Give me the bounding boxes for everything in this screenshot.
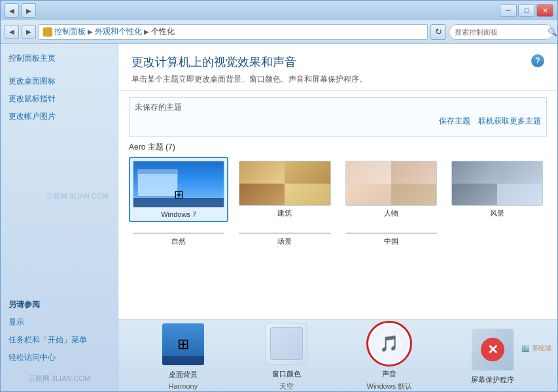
toolbar-sublabel-sound: Windows 默认 [367,382,413,391]
unsaved-section: 未保存的主题 保存主题 联机获取更多主题 [129,97,547,137]
theme-item-scene[interactable]: 场景 [235,229,334,250]
theme-name-china: 中国 [384,237,398,246]
theme-thumbnail-nature [133,233,224,234]
sidebar-link-taskbar[interactable]: 任务栏和「开始」菜单 [6,333,113,347]
theme-item-nature[interactable]: 自然 [129,229,228,250]
aero-label: Aero 主题 (7) [129,142,547,153]
desktop-bg-icon-wrap: ⊞ [160,321,206,367]
sidebar-link-main[interactable]: 控制面板主页 [6,52,113,65]
theme-scroll-inner: 未保存的主题 保存主题 联机获取更多主题 Aero 主题 (7) [118,91,557,263]
breadcrumb-sep-2: ▶ [144,28,149,35]
page-title: 更改计算机上的视觉效果和声音 [131,54,296,70]
address-bar: ◀ ▶ 控制面板 ▶ 外观和个性化 ▶ 个性化 ↻ 🔍 [1,20,557,44]
maximize-button[interactable]: □ [518,4,535,17]
toolbar-label-desktop-bg: 桌面背景 [169,370,198,380]
breadcrumb[interactable]: 控制面板 ▶ 外观和个性化 ▶ 个性化 [39,24,428,40]
search-input[interactable] [455,28,545,36]
breadcrumb-item-1[interactable]: 控制面板 [54,26,86,37]
toolbar-item-screensaver[interactable]: ✕ 屏幕保护程序 [470,327,515,385]
theme-grid: ⊞ Windows 7 [129,157,547,250]
refresh-button[interactable]: ↻ [430,24,446,40]
toolbar-item-window-color[interactable]: 窗口颜色 天空 [264,321,309,391]
header-row: 更改计算机上的视觉效果和声音 ? [131,54,544,74]
theme-name-windows7: Windows 7 [161,210,196,218]
sidebar-link-account-pic[interactable]: 更改帐户图片 [6,110,113,123]
back-button[interactable]: ◀ [5,3,19,18]
theme-area[interactable]: 未保存的主题 保存主题 联机获取更多主题 Aero 主题 (7) [118,91,557,319]
sidebar-also-title: 另请参阅 [6,298,113,312]
minimize-button[interactable]: ─ [500,4,517,17]
sidebar-link-accessibility[interactable]: 轻松访问中心 [6,351,113,365]
sidebar: 控制面板主页 更改桌面图标 更改鼠标指针 更改帐户图片 另请参阅 显示 任务栏和… [1,44,118,391]
bottom-right-watermark: 🏙️ 系统城 [521,344,551,353]
content-area: 更改计算机上的视觉效果和声音 ? 单击某个主题立即更改桌面背景、窗口颜色、声音和… [118,44,557,391]
theme-name-people: 人物 [384,208,398,218]
toolbar-label-sound: 声音 [382,369,396,379]
side-watermark-text: 三联网 3LIAN.COM [46,191,108,201]
theme-thumbnail-people [345,161,437,206]
folder-icon [43,27,52,37]
theme-item-people[interactable]: 人物 [341,157,441,222]
forward-button[interactable]: ▶ [22,3,36,18]
window-color-icon-wrap [264,321,309,367]
breadcrumb-item-3: 个性化 [151,26,175,37]
sidebar-link-mouse[interactable]: 更改鼠标指针 [6,92,113,106]
title-bar: ◀ ▶ ─ □ ✕ [1,1,557,20]
search-box[interactable]: 🔍 [449,24,553,40]
content-description: 单击某个主题立即更改桌面背景、窗口颜色、声音和屏幕保护程序。 [131,74,544,85]
toolbar-item-desktop-bg[interactable]: ⊞ 桌面背景 Harmony [160,321,206,390]
theme-item-windows7[interactable]: ⊞ Windows 7 [129,157,228,222]
bottom-toolbar: ⊞ 桌面背景 Harmony 窗口颜色 天空 [118,319,557,391]
breadcrumb-sep-1: ▶ [88,28,93,35]
sidebar-main-section: 控制面板主页 [6,52,113,65]
breadcrumb-item-2[interactable]: 外观和个性化 [95,26,142,37]
toolbar-sublabel-window-color: 天空 [279,382,294,391]
nav-back-button[interactable]: ◀ [5,25,19,39]
sound-icon-wrap: 🎵 [366,321,412,367]
watermark-text: 三联网 3LIAN.COM [6,374,113,384]
theme-name-architecture: 建筑 [277,208,292,218]
toolbar-sublabel-desktop-bg: Harmony [169,382,198,390]
main-content: 控制面板主页 更改桌面图标 更改鼠标指针 更改帐户图片 另请参阅 显示 任务栏和… [1,44,557,391]
theme-item-china[interactable]: 中国 [341,229,441,250]
theme-name-landscape: 风景 [490,208,504,218]
theme-name-scene: 场景 [277,237,292,246]
theme-item-architecture[interactable]: 建筑 [235,157,334,222]
watermark-brand: 系统城 [532,344,551,353]
toolbar-label-window-color: 窗口颜色 [272,369,301,379]
theme-thumbnail-landscape [451,161,543,206]
save-theme-link[interactable]: 保存主题 [439,116,470,127]
watermark-icon: 🏙️ [521,345,529,352]
toolbar-label-screensaver: 屏幕保护程序 [471,375,514,385]
theme-item-landscape[interactable]: 风景 [447,157,547,222]
side-watermark: 三联网 3LIAN.COM [46,191,108,201]
theme-thumbnail-scene [239,233,330,234]
title-bar-left: ◀ ▶ [5,3,36,18]
content-header: 更改计算机上的视觉效果和声音 ? 单击某个主题立即更改桌面背景、窗口颜色、声音和… [118,44,557,91]
unsaved-label: 未保存的主题 [135,102,541,113]
search-icon: 🔍 [548,27,557,37]
theme-thumbnail-windows7: ⊞ [133,161,224,208]
window-controls: ─ □ ✕ [500,4,553,17]
screensaver-icon-wrap: ✕ [470,327,515,372]
theme-actions: 保存主题 联机获取更多主题 [135,116,541,127]
sidebar-also-section: 另请参阅 显示 任务栏和「开始」菜单 轻松访问中心 [6,298,113,365]
theme-name-nature: 自然 [171,237,186,246]
sidebar-link-display[interactable]: 显示 [6,316,113,329]
toolbar-item-sound[interactable]: 🎵 声音 Windows 默认 [366,321,412,391]
watermark-line1: 三联网 3LIAN.COM [6,374,113,384]
theme-thumbnail-china [345,233,437,234]
online-theme-link[interactable]: 联机获取更多主题 [478,116,541,127]
close-button[interactable]: ✕ [536,4,553,17]
theme-thumbnail-architecture [239,161,330,206]
nav-forward-button[interactable]: ▶ [22,25,36,39]
sidebar-link-desktop-icon[interactable]: 更改桌面图标 [6,74,113,88]
sidebar-links-section: 更改桌面图标 更改鼠标指针 更改帐户图片 [6,74,113,123]
help-button[interactable]: ? [531,54,544,67]
